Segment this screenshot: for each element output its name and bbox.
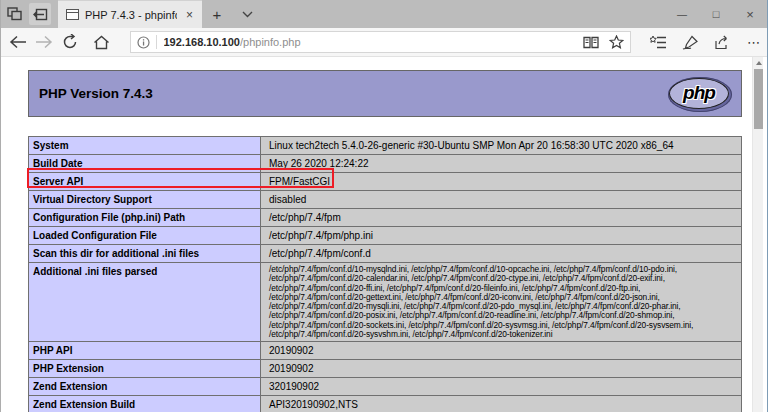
page-title: PHP Version 7.4.3 — [39, 86, 153, 101]
page-favicon-icon — [66, 9, 79, 20]
row-value: FPM/FastCGI — [261, 173, 742, 191]
row-label: Zend Extension — [29, 378, 261, 396]
tab-list-chevron-icon[interactable] — [232, 0, 262, 28]
row-value: Linux tech2tech 5.4.0-26-generic #30-Ubu… — [261, 137, 742, 155]
browser-toolbar: 192.168.10.100/phpinfo.php ⋯ — [1, 28, 767, 57]
window-close-button[interactable]: × — [733, 0, 767, 28]
row-label: PHP Extension — [29, 360, 261, 378]
tab-title: PHP 7.4.3 - phpinfo() — [85, 9, 177, 21]
row-value: 20190902 — [261, 342, 742, 360]
url-path: /phpinfo.php — [240, 36, 301, 48]
row-value: /etc/php/7.4/fpm — [261, 209, 742, 227]
titlebar: PHP 7.4.3 - phpinfo() × + — □ × — [1, 0, 767, 28]
table-row: PHP API 20190902 — [29, 342, 742, 360]
site-info-icon[interactable] — [137, 36, 150, 49]
reading-view-icon[interactable] — [583, 36, 599, 49]
row-label: Zend Extension Build — [29, 396, 261, 412]
row-value: 20190902 — [261, 360, 742, 378]
row-label: Configuration File (php.ini) Path — [29, 209, 261, 227]
tab-preview-icon[interactable] — [7, 7, 23, 21]
url-host: 192.168.10.100 — [164, 36, 240, 48]
row-label: System — [29, 137, 261, 155]
row-value: disabled — [261, 191, 742, 209]
row-label: Server API — [29, 173, 261, 191]
browser-window: PHP 7.4.3 - phpinfo() × + — □ × — [0, 0, 768, 412]
address-bar[interactable]: 192.168.10.100/phpinfo.php — [130, 31, 632, 53]
table-row: Zend Extension 320190902 — [29, 378, 742, 396]
table-row: Build Date May 26 2020 12:24:22 — [29, 155, 742, 173]
row-label: Additional .ini files parsed — [29, 263, 261, 342]
row-label: Virtual Directory Support — [29, 191, 261, 209]
table-row: PHP Extension 20190902 — [29, 360, 742, 378]
row-label: PHP API — [29, 342, 261, 360]
table-row: Loaded Configuration File /etc/php/7.4/f… — [29, 227, 742, 245]
phpinfo-header: PHP Version 7.4.3 php — [28, 70, 742, 117]
scroll-up-arrow-icon[interactable] — [753, 57, 764, 69]
row-value: May 26 2020 12:24:22 — [261, 155, 742, 173]
address-divider — [156, 35, 157, 49]
phpinfo-table: System Linux tech2tech 5.4.0-26-generic … — [28, 136, 742, 412]
row-value: /etc/php/7.4/fpm/php.ini — [261, 227, 742, 245]
new-tab-button[interactable]: + — [202, 0, 232, 28]
ellipsis-glyph: ⋯ — [747, 35, 761, 50]
minimize-button[interactable]: — — [665, 0, 699, 28]
row-label: Build Date — [29, 155, 261, 173]
table-row-ini-files: Additional .ini files parsed /etc/php/7.… — [29, 263, 742, 342]
refresh-icon[interactable] — [57, 29, 83, 55]
table-row: Virtual Directory Support disabled — [29, 191, 742, 209]
back-icon[interactable] — [5, 29, 31, 55]
favorites-star-icon[interactable] — [609, 35, 624, 49]
tab-close-icon[interactable]: × — [183, 8, 196, 22]
forward-icon[interactable] — [31, 29, 57, 55]
page-content: PHP Version 7.4.3 php System Linux tech2… — [1, 57, 767, 412]
table-row: Zend Extension Build API320190902,NTS — [29, 396, 742, 412]
scrollbar-thumb[interactable] — [754, 69, 763, 129]
row-value: /etc/php/7.4/fpm/conf.d — [261, 245, 742, 263]
table-row: Scan this dir for additional .ini files … — [29, 245, 742, 263]
table-row-server-api: Server API FPM/FastCGI — [29, 173, 742, 191]
hub-icon[interactable] — [645, 29, 671, 55]
php-logo-text: php — [683, 82, 715, 104]
row-value: /etc/php/7.4/fpm/conf.d/10-mysqlnd.ini, … — [261, 263, 742, 342]
home-icon[interactable] — [89, 29, 115, 55]
row-value: 320190902 — [261, 378, 742, 396]
table-row: System Linux tech2tech 5.4.0-26-generic … — [29, 137, 742, 155]
row-label: Loaded Configuration File — [29, 227, 261, 245]
annotate-pen-icon[interactable] — [677, 29, 703, 55]
row-value: API320190902,NTS — [261, 396, 742, 412]
share-icon[interactable] — [709, 29, 735, 55]
table-row: Configuration File (php.ini) Path /etc/p… — [29, 209, 742, 227]
more-options-icon[interactable]: ⋯ — [741, 29, 767, 55]
window-controls: — □ × — [665, 0, 767, 28]
php-logo: php — [668, 77, 732, 112]
maximize-button[interactable]: □ — [699, 0, 733, 28]
vertical-scrollbar[interactable] — [752, 57, 763, 412]
row-label: Scan this dir for additional .ini files — [29, 245, 261, 263]
set-tabs-aside-icon[interactable] — [29, 3, 51, 25]
url-text[interactable]: 192.168.10.100/phpinfo.php — [164, 36, 584, 48]
browser-tab[interactable]: PHP 7.4.3 - phpinfo() × — [58, 0, 202, 28]
